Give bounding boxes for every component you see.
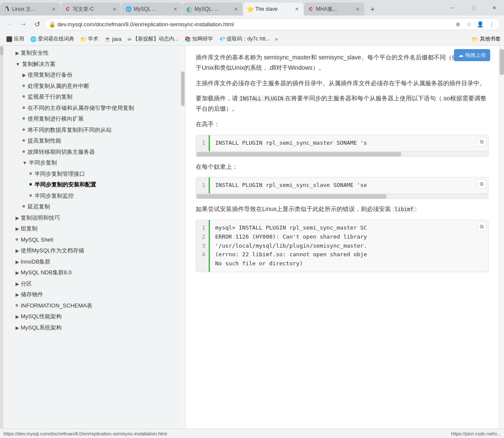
tab-mha[interactable]: C MHA集... ✕ bbox=[304, 3, 364, 16]
arrow-icon-xn: ▶ bbox=[16, 313, 19, 320]
sidebar-label-gzzf: 故障转移期间切换主服务器 bbox=[28, 148, 177, 156]
bookmark-cidian[interactable]: 🌐 爱词霸在线词典 bbox=[28, 34, 77, 43]
address-actions: ⊕ ☆ 👤 ⋮ bbox=[453, 19, 497, 29]
tab-close-mysql1[interactable]: ✕ bbox=[172, 6, 178, 12]
label-master: 在高手： bbox=[196, 119, 488, 130]
tab-linux[interactable]: 🐧 Linux 文... ✕ bbox=[0, 3, 60, 16]
sidebar-item-innodb[interactable]: ▶ InnoDB集群 bbox=[3, 256, 181, 267]
tab-title-write: 写文章-C bbox=[73, 6, 109, 13]
dot-btglkf bbox=[29, 172, 32, 175]
tab-write[interactable]: C 写文章-C ✕ bbox=[61, 3, 121, 16]
sidebar-item-jsfz[interactable]: 监视基于行的复制 bbox=[3, 91, 181, 103]
bookmarks-more[interactable]: » bbox=[273, 35, 280, 43]
sidebar-item-btjk[interactable]: 半同步复制监控 bbox=[3, 190, 181, 202]
upload-widget[interactable]: ☁ 拖拽上传 bbox=[454, 49, 490, 61]
translate-button[interactable]: ⊕ bbox=[453, 19, 463, 29]
java-label: java bbox=[112, 36, 122, 42]
tab-favicon-linux: 🐧 bbox=[3, 6, 10, 12]
sidebar-item-fzsm[interactable]: ▶ 复制说明和技巧 bbox=[3, 212, 181, 224]
code-scrollbar-2[interactable] bbox=[196, 193, 488, 199]
tab-close-mysql2[interactable]: ✕ bbox=[232, 6, 239, 12]
profile-button[interactable]: 👤 bbox=[475, 19, 485, 29]
tiquma-icon: 💎 bbox=[219, 36, 225, 42]
browser-window: 🐧 Linux 文... ✕ C 写文章-C ✕ 🌐 MySQL ... ✕ ◐… bbox=[0, 0, 504, 438]
tab-mysql2[interactable]: ◐ MySQL: ... ✕ bbox=[182, 3, 243, 16]
line-numbers-1: 1 bbox=[196, 135, 210, 151]
sidebar-item-gzzf[interactable]: 故障转移期间切换主服务器 bbox=[3, 146, 181, 158]
back-button[interactable]: ← bbox=[3, 18, 16, 30]
tab-close-slave[interactable]: ✕ bbox=[293, 6, 300, 12]
sidebar-item-fq[interactable]: ▶ 分区 bbox=[3, 278, 181, 289]
bookmark-notify[interactable]: ∞ 【新提醒】动态内... bbox=[125, 34, 181, 43]
sidebar-item-tgxn[interactable]: 提高复制性能 bbox=[3, 135, 181, 146]
slave-label-text: 在每个奴隶上： bbox=[196, 163, 238, 170]
para4: 如果尝试安装插件导致在Linux上显示类似于此处所示的错误，则必须安装 libi… bbox=[196, 204, 488, 214]
sidebar-label-hxks: 使用复制进行横向扩展 bbox=[28, 115, 177, 123]
sidebar-item-yyfz[interactable]: 延迟复制 bbox=[3, 201, 181, 212]
bookmark-zhiwang[interactable]: 📚 知网研学 bbox=[182, 34, 216, 43]
para1: 插件库文件的基本名称为 semisync_master和 semisync_sl… bbox=[196, 53, 488, 73]
sidebar-item-ndb[interactable]: ▶ MySQL NDB集群8.0 bbox=[3, 267, 181, 278]
cidian-label: 爱词霸在线词典 bbox=[38, 35, 74, 43]
reload-button[interactable]: ↺ bbox=[31, 18, 43, 30]
sidebar-label-ccwj: 储存物件 bbox=[21, 290, 177, 299]
content-scrollbar[interactable] bbox=[499, 46, 504, 429]
tab-favicon-mysql1: 🌐 bbox=[125, 6, 132, 12]
bookmarks-bar: ⬛ 应用 🌐 爱词霸在线词典 📁 学术 ☕ java ∞ 【新提醒】动态内...… bbox=[0, 33, 504, 46]
bookmark-java[interactable]: ☕ java bbox=[102, 35, 124, 43]
sidebar-item-syff[interactable]: ▶ 使用复制进行备份 bbox=[3, 69, 181, 81]
maximize-button[interactable]: □ bbox=[463, 0, 483, 16]
sidebar-item-ccwj[interactable]: ▶ 储存物件 bbox=[3, 289, 181, 300]
line-num-3-4: 4 bbox=[200, 250, 205, 259]
tab-close-write[interactable]: ✕ bbox=[111, 6, 118, 12]
sidebar-item-fzaqx[interactable]: ▶ 复制安全性 bbox=[3, 47, 181, 59]
sidebar: ▶ 复制安全性 ▼ 复制解决方案 ▶ 使用复制进行备份 处理复制从属的意外中断 bbox=[0, 46, 185, 429]
upload-label: 拖拽上传 bbox=[465, 51, 486, 59]
folder-icon: 📁 bbox=[472, 36, 478, 42]
sidebar-scrollbar[interactable] bbox=[181, 46, 185, 429]
sidebar-item-btglkf[interactable]: 半同步复制管理接口 bbox=[3, 168, 181, 180]
sidebar-item-clfz[interactable]: 处理复制从属的意外中断 bbox=[3, 81, 181, 92]
arrow-icon-fzsm: ▶ bbox=[16, 214, 19, 222]
tab-slave[interactable]: ⭐ The slave ✕ bbox=[243, 3, 304, 16]
sidebar-item-zfz[interactable]: ▶ 组复制 bbox=[3, 223, 181, 234]
sidebar-item-mysqlshell[interactable]: MySQL Shell bbox=[3, 234, 181, 245]
sidebar-item-zycc[interactable]: 在不同的主存储和从属存储引擎中使用复制 bbox=[3, 103, 181, 114]
other-bookmarks[interactable]: 📁 其他书签 bbox=[472, 35, 501, 43]
content-area: ☁ 拖拽上传 插件库文件的基本名称为 semisync_master和 semi… bbox=[185, 46, 499, 429]
sidebar-item-bttbfz[interactable]: ▼ 半同步复制 bbox=[3, 157, 181, 168]
lock-icon: 🔒 bbox=[49, 21, 56, 28]
bookmark-star-button[interactable]: ☆ bbox=[464, 19, 474, 29]
sidebar-item-xtjg[interactable]: ▶ MySQL系统架构 bbox=[3, 322, 181, 333]
sidebar-item-hxks[interactable]: 使用复制进行横向扩展 bbox=[3, 113, 181, 124]
bookmark-apps[interactable]: ⬛ 应用 bbox=[3, 34, 27, 43]
close-button[interactable]: ✕ bbox=[484, 0, 504, 16]
copy-button-2[interactable]: ⧉ bbox=[477, 179, 486, 189]
sidebar-item-wdcc[interactable]: ▶ 使用MySQL作为文档存储 bbox=[3, 245, 181, 256]
tab-close-linux[interactable]: ✕ bbox=[50, 6, 57, 12]
tab-close-mha[interactable]: ✕ bbox=[354, 6, 361, 12]
minimize-button[interactable]: ─ bbox=[443, 0, 463, 16]
new-tab-button[interactable]: + bbox=[366, 3, 379, 16]
address-bar[interactable]: 🔒 dev.mysql.com/doc/refman/8.0/en/replic… bbox=[45, 18, 501, 30]
sidebar-item-bksy[interactable]: 将不同的数据库复制到不同的从站 bbox=[3, 124, 181, 136]
code-line-3-5: No such file or directory) bbox=[215, 259, 483, 268]
master-label-text: 在高手： bbox=[196, 121, 220, 127]
dot-btzp bbox=[29, 183, 32, 186]
notify-label: 【新提醒】动态内... bbox=[133, 35, 178, 43]
code-scrollbar-1[interactable] bbox=[196, 151, 488, 156]
line-num-3-1: 1 bbox=[200, 224, 205, 233]
tab-mysql1[interactable]: 🌐 MySQL ... ✕ bbox=[122, 3, 182, 16]
copy-button-3[interactable]: ⧉ bbox=[477, 222, 486, 231]
copy-button-1[interactable]: ⧉ bbox=[477, 137, 486, 146]
sidebar-item-xn[interactable]: ▶ MySQL性能架构 bbox=[3, 311, 181, 322]
sidebar-item-btzp[interactable]: 半同步复制的安装和配置 bbox=[3, 179, 181, 190]
sidebar-left-scrollbar[interactable] bbox=[0, 46, 3, 429]
forward-button[interactable]: → bbox=[17, 18, 29, 30]
bookmark-tiquma[interactable]: 💎 提取码：dy7c htt... bbox=[216, 34, 272, 43]
bookmark-xueshu[interactable]: 📁 学术 bbox=[78, 34, 101, 43]
menu-button[interactable]: ⋮ bbox=[486, 19, 497, 29]
sidebar-item-fzjjfa[interactable]: ▼ 复制解决方案 bbox=[3, 59, 181, 70]
sidebar-item-info-schema[interactable]: INFORMATION_SCHEMA表 bbox=[3, 300, 181, 311]
label-slave: 在每个奴隶上： bbox=[196, 162, 488, 172]
